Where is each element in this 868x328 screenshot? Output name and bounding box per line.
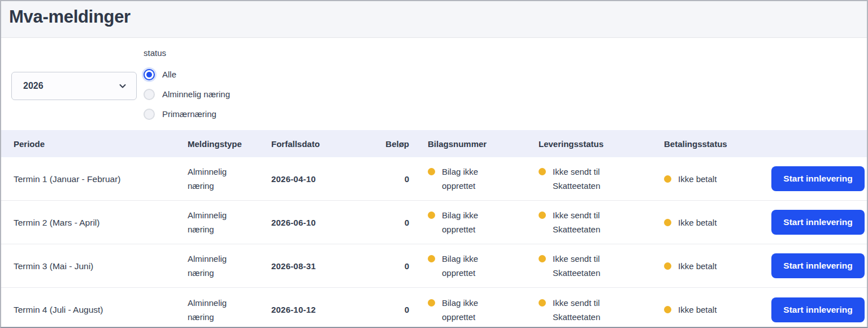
betalingsstatus-text: Ikke betalt — [678, 303, 717, 317]
cell-leveringsstatus: Ikke sendt til Skatteetaten — [535, 296, 659, 324]
radio-option-alminnelig-naering[interactable]: Alminnelig næring — [144, 84, 230, 104]
cell-belop: 0 — [362, 303, 409, 317]
status-radio-group: status Alle Alminnelig næring Primærnæri… — [144, 48, 230, 124]
leveringsstatus-text: Ikke sendt til Skatteetaten — [553, 296, 613, 324]
radio-button-checked[interactable] — [144, 69, 155, 80]
table-row: Termin 3 (Mai - Juni) Alminnelig næring … — [1, 244, 867, 288]
cell-belop: 0 — [362, 172, 409, 186]
betalingsstatus-text: Ikke betalt — [678, 215, 717, 230]
status-dot-icon — [539, 212, 546, 219]
status-dot-icon — [539, 168, 546, 175]
radio-button-unchecked[interactable] — [144, 89, 155, 100]
status-dot-icon — [428, 299, 435, 307]
start-innlevering-button[interactable]: Start innlevering — [771, 253, 865, 278]
table-body: Termin 1 (Januar - Februar) Alminnelig n… — [1, 157, 867, 328]
cell-meldingstype: Alminnelig næring — [188, 296, 271, 324]
cell-forfallsdato: 2026-08-31 — [271, 259, 362, 273]
cell-betalingsstatus: Ikke betalt — [659, 215, 771, 230]
year-select[interactable]: 2026 — [11, 72, 137, 100]
start-innlevering-button[interactable]: Start innlevering — [771, 297, 865, 322]
betalingsstatus-text: Ikke betalt — [678, 172, 717, 186]
cell-bilagsnummer: Bilag ikke opprettet — [409, 208, 535, 236]
cell-action: Start innlevering — [771, 297, 865, 322]
meldingstype-text: Alminnelig næring — [188, 208, 242, 236]
cell-bilagsnummer: Bilag ikke opprettet — [409, 165, 535, 193]
radio-option-alle[interactable]: Alle — [144, 64, 230, 84]
meldingstype-text: Alminnelig næring — [188, 165, 242, 193]
status-dot-icon — [664, 262, 671, 270]
cell-periode: Termin 2 (Mars - April) — [14, 215, 188, 230]
radio-label: Primærnæring — [162, 109, 216, 119]
cell-leveringsstatus: Ikke sendt til Skatteetaten — [535, 252, 659, 280]
status-dot-icon — [428, 255, 435, 262]
leveringsstatus-text: Ikke sendt til Skatteetaten — [553, 252, 613, 280]
radio-label: Alminnelig næring — [162, 89, 230, 99]
year-select-value: 2026 — [23, 81, 44, 91]
cell-betalingsstatus: Ikke betalt — [659, 172, 771, 186]
column-header-bilagsnummer: Bilagsnummer — [409, 139, 535, 149]
leveringsstatus-text: Ikke sendt til Skatteetaten — [553, 165, 613, 193]
cell-belop: 0 — [362, 259, 409, 273]
page-title: Mva-meldinger — [9, 7, 867, 27]
bilagsnummer-status-text: Bilag ikke opprettet — [442, 296, 502, 324]
column-header-forfallsdato: Forfallsdato — [271, 139, 362, 149]
column-header-periode: Periode — [14, 139, 188, 149]
meldingstype-text: Alminnelig næring — [188, 252, 242, 280]
bilagsnummer-status-text: Bilag ikke opprettet — [442, 165, 502, 193]
column-header-betalingsstatus: Betalingsstatus — [659, 139, 771, 149]
start-innlevering-button[interactable]: Start innlevering — [771, 210, 865, 235]
cell-action: Start innlevering — [771, 166, 865, 191]
status-dot-icon — [428, 212, 435, 219]
radio-label: Alle — [162, 70, 176, 79]
radio-option-primaernaering[interactable]: Primærnæring — [144, 104, 230, 124]
cell-betalingsstatus: Ikke betalt — [659, 303, 771, 317]
start-innlevering-button[interactable]: Start innlevering — [771, 166, 865, 191]
table-row: Termin 1 (Januar - Februar) Alminnelig n… — [1, 157, 867, 201]
chevron-down-icon — [118, 81, 127, 90]
status-dot-icon — [428, 168, 435, 175]
status-dot-icon — [664, 175, 671, 183]
radio-button-unchecked[interactable] — [144, 109, 155, 120]
status-dot-icon — [539, 299, 546, 307]
table-row: Termin 2 (Mars - April) Alminnelig nærin… — [1, 201, 867, 244]
mva-meldinger-page: { "page": { "title": "Mva-meldinger" }, … — [0, 0, 868, 328]
filter-panel: 2026 status Alle Alminnelig næring Primæ… — [1, 38, 867, 130]
cell-bilagsnummer: Bilag ikke opprettet — [409, 252, 535, 280]
title-bar: Mva-meldinger — [1, 1, 867, 38]
bilagsnummer-status-text: Bilag ikke opprettet — [442, 252, 502, 280]
cell-meldingstype: Alminnelig næring — [188, 208, 271, 236]
bilagsnummer-status-text: Bilag ikke opprettet — [442, 208, 502, 236]
status-dot-icon — [664, 219, 671, 226]
column-header-leveringsstatus: Leveringsstatus — [535, 139, 659, 149]
meldingstype-text: Alminnelig næring — [188, 296, 242, 324]
cell-forfallsdato: 2026-04-10 — [271, 172, 362, 186]
cell-periode: Termin 4 (Juli - August) — [14, 303, 188, 317]
cell-action: Start innlevering — [771, 210, 865, 235]
cell-leveringsstatus: Ikke sendt til Skatteetaten — [535, 165, 659, 193]
cell-meldingstype: Alminnelig næring — [188, 252, 271, 280]
cell-action: Start innlevering — [771, 253, 865, 278]
leveringsstatus-text: Ikke sendt til Skatteetaten — [553, 208, 613, 236]
status-dot-icon — [664, 306, 671, 313]
cell-betalingsstatus: Ikke betalt — [659, 259, 771, 273]
cell-periode: Termin 1 (Januar - Februar) — [14, 172, 188, 186]
column-header-belop: Beløp — [362, 139, 409, 149]
column-header-meldingstype: Meldingstype — [188, 139, 271, 149]
cell-leveringsstatus: Ikke sendt til Skatteetaten — [535, 208, 659, 236]
status-dot-icon — [539, 255, 546, 262]
table-header-row: Periode Meldingstype Forfallsdato Beløp … — [1, 130, 867, 157]
cell-meldingstype: Alminnelig næring — [188, 165, 271, 193]
status-group-label: status — [144, 48, 230, 58]
cell-forfallsdato: 2026-10-12 — [271, 303, 362, 317]
table-row: Termin 4 (Juli - August) Alminnelig næri… — [1, 288, 867, 328]
cell-bilagsnummer: Bilag ikke opprettet — [409, 296, 535, 324]
cell-forfallsdato: 2026-06-10 — [271, 215, 362, 230]
betalingsstatus-text: Ikke betalt — [678, 259, 717, 273]
cell-periode: Termin 3 (Mai - Juni) — [14, 259, 188, 273]
cell-belop: 0 — [362, 215, 409, 230]
